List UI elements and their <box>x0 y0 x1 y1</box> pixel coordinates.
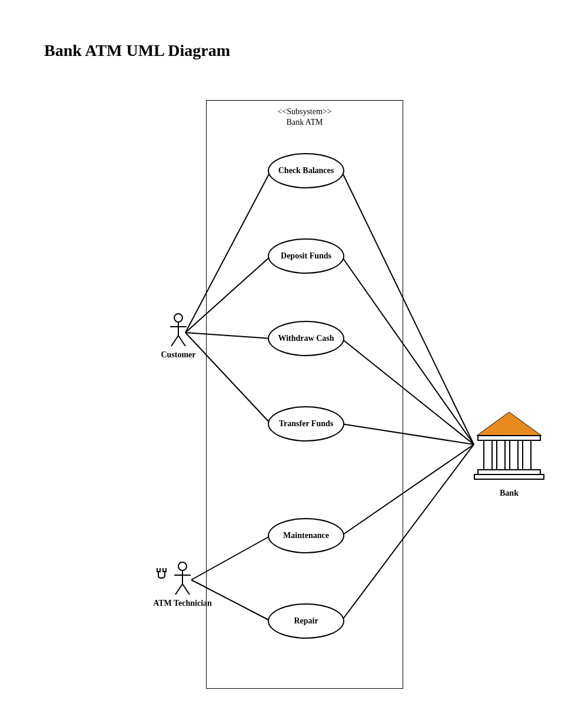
svg-line-11 <box>341 444 474 621</box>
svg-line-6 <box>341 171 474 444</box>
svg-marker-22 <box>477 412 542 436</box>
svg-line-21 <box>182 584 190 595</box>
svg-rect-24 <box>484 440 492 470</box>
actor-bank-icon <box>471 406 547 483</box>
wrench-icon <box>154 566 168 584</box>
usecase-check-balances: Check Balances <box>268 153 344 188</box>
svg-line-9 <box>341 424 474 444</box>
svg-line-4 <box>191 536 271 580</box>
svg-rect-29 <box>474 474 544 479</box>
actor-customer-icon <box>167 312 190 348</box>
actor-technician-icon <box>171 560 194 597</box>
svg-rect-25 <box>497 440 505 470</box>
usecase-transfer-funds: Transfer Funds <box>268 406 344 442</box>
svg-point-17 <box>178 562 187 570</box>
svg-rect-23 <box>478 436 540 440</box>
svg-rect-28 <box>478 470 540 474</box>
svg-line-16 <box>178 336 185 346</box>
svg-line-20 <box>175 584 182 595</box>
svg-rect-26 <box>510 440 518 470</box>
svg-rect-27 <box>523 440 531 470</box>
svg-line-5 <box>191 580 271 621</box>
usecase-maintenance: Maintenance <box>268 518 344 553</box>
svg-point-12 <box>174 314 182 322</box>
usecase-withdraw-cash: Withdraw Cash <box>268 321 344 356</box>
svg-line-7 <box>341 256 474 444</box>
svg-line-10 <box>341 444 474 536</box>
svg-line-0 <box>185 171 271 333</box>
svg-line-15 <box>171 336 178 346</box>
svg-line-1 <box>185 256 271 333</box>
svg-line-2 <box>185 333 271 338</box>
svg-line-3 <box>185 333 271 424</box>
usecase-deposit-funds: Deposit Funds <box>268 238 344 274</box>
usecase-repair: Repair <box>268 603 344 639</box>
svg-line-8 <box>341 338 474 444</box>
